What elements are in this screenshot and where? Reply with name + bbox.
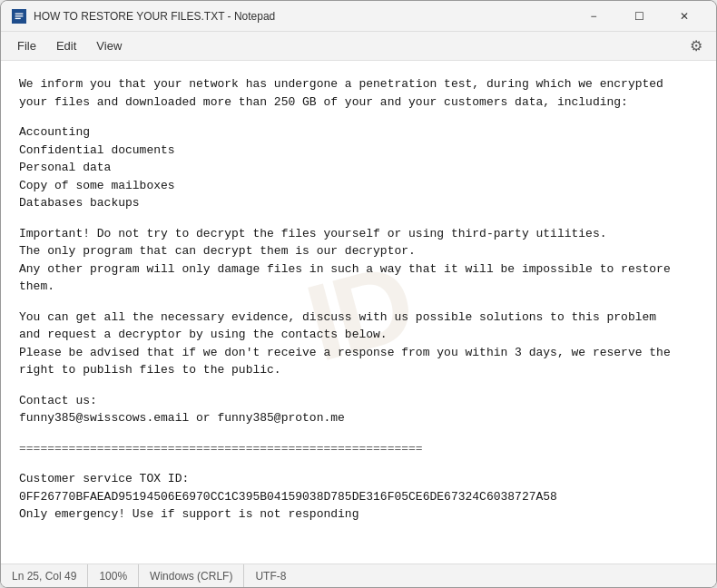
zoom-level: 100% (88, 564, 139, 587)
separator-text: ========================================… (19, 442, 423, 456)
svg-rect-3 (15, 17, 21, 18)
status-bar: Ln 25, Col 49 100% Windows (CRLF) UTF-8 (1, 564, 716, 587)
contact-text: Contact us: funny385@swisscows.email or … (19, 394, 345, 426)
menu-bar: File Edit View ⚙ (1, 32, 716, 61)
view-menu[interactable]: View (87, 35, 131, 56)
list-text: Accounting Confidential documents Person… (19, 125, 175, 210)
edit-menu[interactable]: Edit (47, 35, 85, 56)
list-paragraph: Accounting Confidential documents Person… (19, 123, 698, 212)
intro-text: We inform you that your network has unde… (19, 77, 663, 109)
tox-text: Customer service TOX ID: 0FF26770BFAEAD9… (19, 472, 557, 521)
minimize-button[interactable]: − (573, 3, 614, 30)
window-controls: − ☐ ✕ (573, 3, 705, 30)
svg-rect-2 (15, 15, 24, 16)
cursor-position: Ln 25, Col 49 (12, 564, 88, 587)
contact-info-text: You can get all the necessary evidence, … (19, 310, 671, 377)
svg-rect-1 (15, 13, 24, 14)
line-ending: Windows (CRLF) (139, 564, 244, 587)
title-bar: HOW TO RESTORE YOUR FILES.TXT - Notepad … (1, 1, 716, 32)
text-editor[interactable]: ID We inform you that your network has u… (1, 61, 716, 564)
encoding: UTF-8 (244, 564, 297, 587)
separator: ========================================… (19, 440, 698, 458)
close-button[interactable]: ✕ (663, 3, 705, 30)
warning-paragraph: Important! Do not try to decrypt the fil… (19, 225, 698, 296)
maximize-button[interactable]: ☐ (618, 3, 660, 30)
settings-button[interactable]: ⚙ (683, 34, 709, 59)
menu-items: File Edit View (8, 35, 131, 56)
file-menu[interactable]: File (8, 35, 45, 56)
contact-info-paragraph: You can get all the necessary evidence, … (19, 309, 698, 379)
tox-paragraph: Customer service TOX ID: 0FF26770BFAEAD9… (19, 470, 698, 524)
app-icon (12, 9, 26, 24)
text-content: We inform you that your network has unde… (19, 75, 698, 524)
window-title: HOW TO RESTORE YOUR FILES.TXT - Notepad (34, 10, 573, 23)
warning-text: Important! Do not try to decrypt the fil… (19, 227, 671, 294)
notepad-window: HOW TO RESTORE YOUR FILES.TXT - Notepad … (0, 0, 717, 588)
intro-paragraph: We inform you that your network has unde… (19, 75, 698, 111)
contact-paragraph: Contact us: funny385@swisscows.email or … (19, 392, 698, 427)
